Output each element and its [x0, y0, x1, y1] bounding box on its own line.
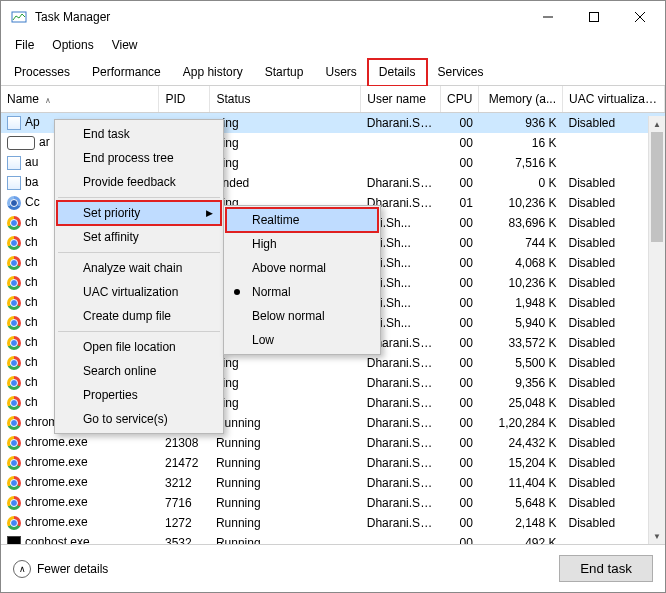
process-status: Running [210, 453, 361, 473]
process-cpu: 00 [440, 133, 479, 153]
menu-view[interactable]: View [104, 35, 146, 55]
process-mem: 16 K [479, 133, 563, 153]
process-icon [7, 196, 21, 210]
process-mem: 744 K [479, 233, 563, 253]
process-icon [7, 456, 21, 470]
ctx-end-task[interactable]: End task [57, 122, 221, 146]
process-status: Running [210, 533, 361, 546]
ctx-search-online[interactable]: Search online [57, 359, 221, 383]
process-user: Dharani.Sh... [361, 433, 440, 453]
process-pid: 3212 [159, 473, 210, 493]
process-status: ning [210, 153, 361, 173]
vertical-scrollbar[interactable]: ▲ ▼ [648, 116, 665, 544]
menu-bar: File Options View [1, 33, 665, 59]
process-user: Dharani.Sh... [361, 513, 440, 533]
ctx-separator [58, 197, 220, 198]
process-icon [7, 296, 21, 310]
process-pid: 3532 [159, 533, 210, 546]
process-pid: 1272 [159, 513, 210, 533]
ctx-open-location[interactable]: Open file location [57, 335, 221, 359]
process-mem: 0 K [479, 173, 563, 193]
process-status: ended [210, 173, 361, 193]
scroll-down-icon[interactable]: ▼ [649, 528, 665, 544]
ctx-dump[interactable]: Create dump file [57, 304, 221, 328]
process-mem: 4,068 K [479, 253, 563, 273]
process-mem: 11,404 K [479, 473, 563, 493]
menu-file[interactable]: File [7, 35, 42, 55]
priority-high[interactable]: High [226, 232, 378, 256]
ctx-set-priority[interactable]: Set priority▶ [57, 201, 221, 225]
process-status: ning [210, 133, 361, 153]
table-row[interactable]: chrome.exe21308RunningDharani.Sh...0024,… [1, 433, 665, 453]
priority-low[interactable]: Low [226, 328, 378, 352]
ctx-uac[interactable]: UAC virtualization [57, 280, 221, 304]
menu-options[interactable]: Options [44, 35, 101, 55]
ctx-properties[interactable]: Properties [57, 383, 221, 407]
col-cpu[interactable]: CPU [440, 86, 479, 113]
tab-performance[interactable]: Performance [81, 59, 172, 85]
scroll-thumb[interactable] [651, 132, 663, 242]
tab-strip: Processes Performance App history Startu… [1, 59, 665, 86]
tab-services[interactable]: Services [427, 59, 495, 85]
tab-apphistory[interactable]: App history [172, 59, 254, 85]
table-row[interactable]: chrome.exe7716RunningDharani.Sh...005,64… [1, 493, 665, 513]
process-user [361, 533, 440, 546]
tab-users[interactable]: Users [314, 59, 367, 85]
table-row[interactable]: conhost.exe3532Running00492 K [1, 533, 665, 546]
process-pid: 7716 [159, 493, 210, 513]
process-icon [7, 256, 21, 270]
maximize-button[interactable] [571, 1, 617, 33]
fewer-details-button[interactable]: ∧ Fewer details [13, 560, 108, 578]
ctx-end-tree[interactable]: End process tree [57, 146, 221, 170]
minimize-button[interactable] [525, 1, 571, 33]
close-button[interactable] [617, 1, 663, 33]
process-user: Dharani.Sh... [361, 113, 440, 133]
process-cpu: 00 [440, 453, 479, 473]
priority-normal[interactable]: Normal [226, 280, 378, 304]
process-status: Running [210, 473, 361, 493]
process-name: ch [25, 295, 38, 309]
process-user [361, 153, 440, 173]
process-user: Dharani.Sh... [361, 173, 440, 193]
process-name: au [25, 155, 38, 169]
ctx-separator [58, 331, 220, 332]
process-status: ning [210, 373, 361, 393]
table-row[interactable]: chrome.exe21472RunningDharani.Sh...0015,… [1, 453, 665, 473]
process-user: Dharani.Sh... [361, 413, 440, 433]
end-task-button[interactable]: End task [559, 555, 653, 582]
process-mem: 25,048 K [479, 393, 563, 413]
process-cpu: 00 [440, 313, 479, 333]
col-name[interactable]: Name∧ [1, 86, 159, 113]
process-name: ar [39, 135, 50, 149]
tab-startup[interactable]: Startup [254, 59, 315, 85]
window-title: Task Manager [35, 10, 110, 24]
col-pid[interactable]: PID [159, 86, 210, 113]
process-icon [7, 356, 21, 370]
ctx-set-affinity[interactable]: Set affinity [57, 225, 221, 249]
process-icon [7, 476, 21, 490]
priority-realtime[interactable]: Realtime [226, 208, 378, 232]
process-mem: 1,20,284 K [479, 413, 563, 433]
tab-details[interactable]: Details [368, 59, 427, 86]
process-status: ning [210, 393, 361, 413]
ctx-goto-services[interactable]: Go to service(s) [57, 407, 221, 431]
process-status: Running [210, 413, 361, 433]
tab-processes[interactable]: Processes [3, 59, 81, 85]
table-row[interactable]: chrome.exe1272RunningDharani.Sh...002,14… [1, 513, 665, 533]
table-row[interactable]: chrome.exe3212RunningDharani.Sh...0011,4… [1, 473, 665, 493]
process-icon [7, 516, 21, 530]
process-cpu: 00 [440, 153, 479, 173]
priority-above-normal[interactable]: Above normal [226, 256, 378, 280]
ctx-feedback[interactable]: Provide feedback [57, 170, 221, 194]
col-status[interactable]: Status [210, 86, 361, 113]
process-status: Running [210, 433, 361, 453]
col-user[interactable]: User name [361, 86, 440, 113]
col-mem[interactable]: Memory (a... [479, 86, 563, 113]
process-cpu: 00 [440, 513, 479, 533]
col-uac[interactable]: UAC virtualizat... [563, 86, 665, 113]
scroll-up-icon[interactable]: ▲ [649, 116, 665, 132]
process-icon [7, 536, 21, 545]
priority-below-normal[interactable]: Below normal [226, 304, 378, 328]
process-icon [7, 396, 21, 410]
ctx-analyze[interactable]: Analyze wait chain [57, 256, 221, 280]
